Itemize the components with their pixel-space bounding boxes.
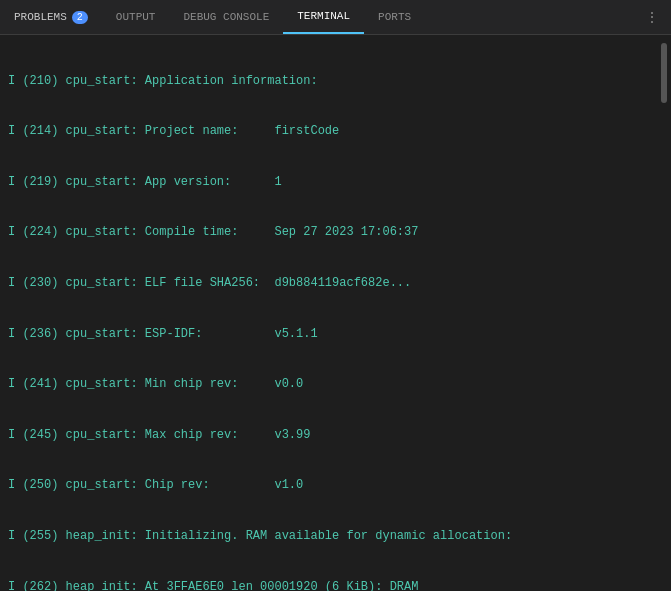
tab-actions: ⋮ [633,7,671,28]
tab-bar: PROBLEMS 2 OUTPUT DEBUG CONSOLE TERMINAL… [0,0,671,35]
scrollbar-area[interactable] [657,35,671,591]
terminal-line: I (262) heap_init: At 3FFAE6E0 len 00001… [8,579,663,591]
terminal-area[interactable]: I (210) cpu_start: Application informati… [0,35,671,591]
tab-problems-badge: 2 [72,11,88,24]
tab-ports-label: PORTS [378,11,411,23]
tab-problems-label: PROBLEMS [14,11,67,23]
tab-ports[interactable]: PORTS [364,0,425,34]
tab-output-label: OUTPUT [116,11,156,23]
terminal-line: I (219) cpu_start: App version: 1 [8,174,663,191]
tab-debug-console-label: DEBUG CONSOLE [183,11,269,23]
terminal-line: I (214) cpu_start: Project name: firstCo… [8,123,663,140]
tab-problems[interactable]: PROBLEMS 2 [0,0,102,34]
terminal-line: I (255) heap_init: Initializing. RAM ava… [8,528,663,545]
terminal-line: I (230) cpu_start: ELF file SHA256: d9b8… [8,275,663,292]
tab-terminal-label: TERMINAL [297,10,350,22]
terminal-line: I (250) cpu_start: Chip rev: v1.0 [8,477,663,494]
tab-terminal[interactable]: TERMINAL [283,0,364,34]
terminal-line: I (241) cpu_start: Min chip rev: v0.0 [8,376,663,393]
more-actions-icon[interactable]: ⋮ [641,7,663,28]
terminal-line: I (245) cpu_start: Max chip rev: v3.99 [8,427,663,444]
scrollbar-thumb[interactable] [661,43,667,103]
tab-output[interactable]: OUTPUT [102,0,170,34]
terminal-content: I (210) cpu_start: Application informati… [8,39,663,591]
terminal-line: I (236) cpu_start: ESP-IDF: v5.1.1 [8,326,663,343]
terminal-line: I (210) cpu_start: Application informati… [8,73,663,90]
tab-debug-console[interactable]: DEBUG CONSOLE [169,0,283,34]
terminal-line: I (224) cpu_start: Compile time: Sep 27 … [8,224,663,241]
